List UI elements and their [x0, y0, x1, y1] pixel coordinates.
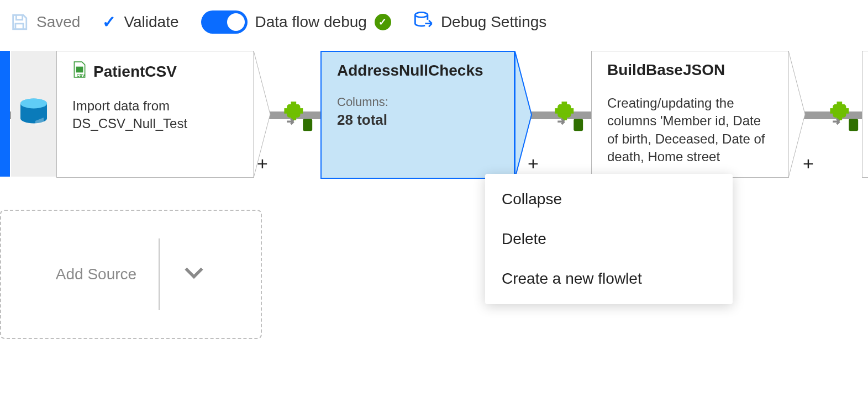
debug-settings-button[interactable]: Debug Settings: [413, 10, 546, 34]
node-next[interactable]: [862, 51, 868, 178]
svg-rect-18: [830, 108, 849, 114]
svg-rect-14: [574, 119, 583, 131]
datastore-icon: [17, 96, 50, 131]
ctx-new-flowlet[interactable]: Create a new flowlet: [485, 259, 733, 299]
ctx-collapse[interactable]: Collapse: [485, 179, 733, 219]
context-menu: Collapse Delete Create a new flowlet: [485, 174, 733, 304]
toolbar: Saved ✓ Validate Data flow debug ✓ Debug…: [0, 0, 868, 44]
saved-label: Saved: [36, 13, 80, 31]
divider: [159, 238, 160, 310]
derived-column-icon: [554, 102, 586, 136]
svg-text:CSV: CSV: [77, 73, 85, 78]
database-arrow-icon: [413, 10, 433, 34]
svg-point-0: [415, 12, 428, 17]
csv-file-icon: CSV: [72, 61, 87, 82]
node-addressnullchecks[interactable]: AddressNullChecks Columns: 28 total: [320, 51, 515, 179]
chevron-down-icon[interactable]: [182, 261, 206, 289]
start-bar: [0, 51, 10, 177]
debug-settings-label: Debug Settings: [441, 13, 546, 31]
node-title: PatientCSV: [93, 63, 177, 81]
debug-toggle-label: Data flow debug: [255, 13, 367, 31]
node-desc: Creating/updating the columns 'Member id…: [607, 94, 773, 166]
derived-column-icon: [283, 102, 315, 136]
status-ok-icon: ✓: [375, 14, 391, 30]
source-type-badge: [11, 51, 56, 177]
validate-label: Validate: [124, 13, 178, 31]
svg-point-2: [20, 99, 47, 109]
save-icon: [10, 13, 29, 31]
svg-rect-8: [284, 108, 303, 114]
debug-toggle-group: Data flow debug ✓: [201, 10, 391, 34]
add-step-button[interactable]: +: [799, 153, 817, 173]
saved-status: Saved: [10, 13, 80, 31]
columns-total: 28 total: [337, 111, 498, 129]
add-step-button[interactable]: +: [524, 153, 542, 173]
validate-button[interactable]: ✓ Validate: [102, 13, 178, 31]
add-source-button[interactable]: Add Source: [0, 210, 262, 339]
derived-column-icon: [829, 102, 861, 136]
dataflow-canvas[interactable]: CSV PatientCSV Import data from DS_CSV_N…: [0, 44, 868, 375]
svg-rect-3: [76, 67, 83, 73]
node-buildbasejson[interactable]: BuildBaseJSON Creating/updating the colu…: [591, 51, 789, 178]
ctx-delete[interactable]: Delete: [485, 219, 733, 259]
svg-rect-19: [849, 119, 858, 131]
check-icon: ✓: [102, 14, 116, 30]
node-patientcsv[interactable]: CSV PatientCSV Import data from DS_CSV_N…: [56, 51, 254, 178]
columns-label: Columns:: [337, 95, 498, 109]
svg-rect-9: [303, 119, 312, 131]
svg-rect-13: [555, 108, 574, 114]
add-source-label: Add Source: [56, 265, 136, 283]
node-title: AddressNullChecks: [337, 62, 483, 79]
node-title: BuildBaseJSON: [607, 61, 725, 79]
node-desc: Import data from DS_CSV_Null_Test: [72, 97, 238, 133]
debug-toggle[interactable]: [201, 10, 248, 34]
add-step-button[interactable]: +: [254, 153, 271, 173]
